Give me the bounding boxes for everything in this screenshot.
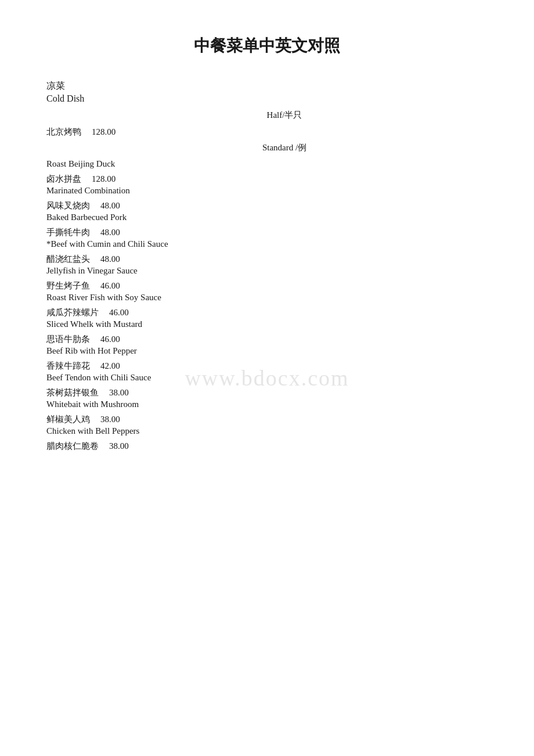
menu-item: 手撕牦牛肉48.00*Beef with Cumin and Chili Sau…	[46, 227, 488, 249]
item-english-name: Beef Tendon with Chili Sauce	[46, 373, 488, 383]
item-row: 腊肉核仁脆卷38.00	[46, 441, 488, 452]
item-row: 北京烤鸭128.00	[46, 127, 488, 138]
item-row: 茶树菇拌银鱼38.00	[46, 387, 488, 398]
item-price: 128.00	[92, 174, 116, 184]
item-chinese-name: 咸瓜芥辣螺片	[46, 307, 99, 318]
section-chinese-label: 凉菜	[46, 80, 488, 92]
item-chinese-name: 野生烤子鱼	[46, 280, 90, 291]
item-row: 醋浇红盐头48.00	[46, 254, 488, 265]
item-price: 46.00	[100, 334, 120, 344]
item-row: 卤水拼盘128.00	[46, 174, 488, 185]
item-price: 38.00	[100, 415, 120, 424]
item-english-name: Sliced Whelk with Mustard	[46, 319, 488, 329]
item-chinese-name: 香辣牛蹄花	[46, 361, 90, 372]
item-price: 42.00	[100, 361, 120, 371]
item-price: 48.00	[100, 254, 120, 264]
item-row: 野生烤子鱼46.00	[46, 280, 488, 291]
item-price: 46.00	[100, 281, 120, 291]
menu-item: 风味叉烧肉48.00Baked Barbecued Pork	[46, 200, 488, 222]
item-chinese-name: 卤水拼盘	[46, 174, 81, 185]
item-price: 48.00	[100, 228, 120, 237]
menu-item: 野生烤子鱼46.00Roast River Fish with Soy Sauc…	[46, 280, 488, 303]
item-chinese-name: 北京烤鸭	[46, 127, 81, 138]
item-price: 128.00	[92, 127, 116, 137]
item-row: 咸瓜芥辣螺片46.00	[46, 307, 488, 318]
sub-header2: Standard /例	[46, 142, 488, 153]
item-english-name: Beef Rib with Hot Pepper	[46, 346, 488, 356]
menu-item: 鲜椒美人鸡38.00Chicken with Bell Peppers	[46, 414, 488, 436]
menu-item: 醋浇红盐头48.00Jellyfish in Vinegar Sauce	[46, 254, 488, 276]
menu-item: 卤水拼盘128.00Marinated Combination	[46, 174, 488, 196]
item-price: 38.00	[109, 441, 129, 451]
item-english-name: Roast Beijing Duck	[46, 159, 488, 169]
sub-header: Half/半只	[46, 110, 488, 121]
item-chinese-name: 风味叉烧肉	[46, 200, 90, 211]
item-english-name: Chicken with Bell Peppers	[46, 426, 488, 436]
item-price: 38.00	[109, 388, 129, 398]
menu-item: 北京烤鸭128.00Standard /例Roast Beijing Duck	[46, 127, 488, 169]
item-english-name: Jellyfish in Vinegar Sauce	[46, 266, 488, 276]
menu-item: 思语牛肋条46.00Beef Rib with Hot Pepper	[46, 334, 488, 356]
menu-item: 茶树菇拌银鱼38.00Whitebait with Mushroom	[46, 387, 488, 409]
item-chinese-name: 思语牛肋条	[46, 334, 90, 345]
item-row: 思语牛肋条46.00	[46, 334, 488, 345]
item-price: 48.00	[100, 201, 120, 211]
menu-item: 咸瓜芥辣螺片46.00Sliced Whelk with Mustard	[46, 307, 488, 329]
item-row: 风味叉烧肉48.00	[46, 200, 488, 211]
item-chinese-name: 手撕牦牛肉	[46, 227, 90, 238]
item-chinese-name: 鲜椒美人鸡	[46, 414, 90, 425]
menu-section: 凉菜Cold DishHalf/半只北京烤鸭128.00Standard /例R…	[46, 80, 488, 452]
item-english-name: Baked Barbecued Pork	[46, 213, 488, 222]
page-title: 中餐菜单中英文对照	[46, 35, 488, 57]
item-chinese-name: 醋浇红盐头	[46, 254, 90, 265]
item-row: 香辣牛蹄花42.00	[46, 361, 488, 372]
menu-item: 腊肉核仁脆卷38.00	[46, 441, 488, 452]
item-chinese-name: 腊肉核仁脆卷	[46, 441, 99, 452]
item-english-name: Roast River Fish with Soy Sauce	[46, 293, 488, 303]
menu-content: 凉菜Cold DishHalf/半只北京烤鸭128.00Standard /例R…	[46, 80, 488, 452]
item-row: 鲜椒美人鸡38.00	[46, 414, 488, 425]
item-price: 46.00	[109, 308, 129, 318]
item-english-name: Whitebait with Mushroom	[46, 399, 488, 409]
item-english-name: *Beef with Cumin and Chili Sauce	[46, 239, 488, 249]
item-chinese-name: 茶树菇拌银鱼	[46, 387, 99, 398]
section-english-label: Cold Dish	[46, 93, 488, 104]
menu-item: 香辣牛蹄花42.00Beef Tendon with Chili Sauce	[46, 361, 488, 383]
item-row: 手撕牦牛肉48.00	[46, 227, 488, 238]
item-english-name: Marinated Combination	[46, 186, 488, 196]
